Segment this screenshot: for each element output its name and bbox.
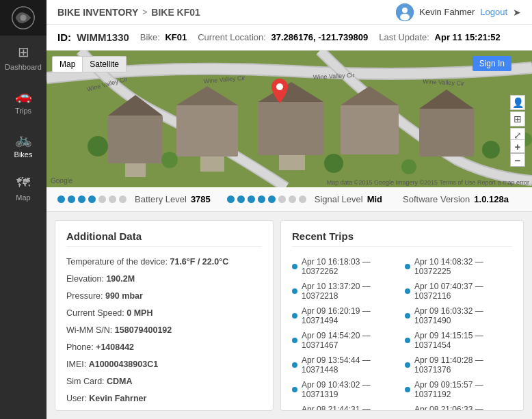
additional-data-title: Additional Data: [66, 230, 262, 247]
map-footer: Map data ©2015 Google Imagery ©2015 Term…: [327, 179, 529, 186]
trip-dot: [292, 362, 297, 368]
trip-dot: [292, 387, 297, 392]
additional-data-card: Additional Data Temperature of the devic…: [55, 220, 274, 411]
trip-item[interactable]: Apr 09 14:54:20 — 10371467: [292, 329, 399, 352]
data-row: User: Kevin Fahrner: [66, 392, 262, 405]
svg-point-16: [88, 136, 108, 157]
trip-text: Apr 09 16:03:32 — 10371490: [414, 306, 512, 325]
svg-point-20: [482, 141, 500, 159]
breadcrumb-sep: >: [142, 8, 147, 17]
data-row-value: 158079400192: [115, 325, 172, 335]
map-container[interactable]: Wine Valley Cir Wine Valley Cir Wine Val…: [46, 51, 532, 187]
avatar: [396, 3, 414, 21]
dashboard-icon: ⊞: [18, 44, 29, 60]
trip-item[interactable]: Apr 09 11:40:28 — 10371376: [405, 353, 512, 377]
battery-dot-filled: [88, 195, 96, 203]
battery-label: Battery Level: [135, 194, 187, 204]
logout-icon[interactable]: ➤: [513, 7, 521, 18]
map-btn-satellite[interactable]: Satellite: [83, 56, 127, 72]
sidebar-item-dashboard[interactable]: ⊞ Dashboard: [0, 36, 46, 79]
topbar: BIKE INVENTORY > BIKE KF01 Kevin Fahmer …: [46, 0, 532, 25]
map-layers-icon[interactable]: ⊞: [510, 111, 525, 126]
last-update-value: Apr 11 15:21:52: [435, 32, 501, 42]
sidebar-item-bikes[interactable]: 🚲 Bikes: [0, 123, 46, 167]
signal-dots: [227, 195, 306, 203]
trip-text: Apr 08 21:06:33 — 10370880: [414, 405, 512, 411]
trip-item[interactable]: Apr 10 16:18:03 — 10372262: [292, 255, 399, 278]
signal-dot-empty: [289, 195, 296, 203]
map-controls: 👤 ⊞ ⤢: [510, 95, 525, 143]
data-row-value: A10000438903C1: [89, 360, 158, 369]
trip-item[interactable]: Apr 08 21:06:33 — 10370880: [405, 403, 512, 411]
trip-item[interactable]: Apr 09 13:54:44 — 10371448: [292, 353, 399, 377]
svg-point-17: [161, 152, 178, 168]
map-btn-map[interactable]: Map: [52, 56, 83, 72]
trip-dot: [405, 338, 410, 343]
sidebar-item-label-trips: Trips: [15, 107, 31, 115]
data-row-label: Pressure:: [66, 291, 105, 301]
trip-text: Apr 09 13:54:44 — 10371448: [302, 355, 399, 375]
battery-dot-filled: [78, 195, 85, 203]
bike-label: Bike:: [140, 32, 160, 42]
sign-in-button[interactable]: Sign In: [473, 56, 511, 71]
trip-text: Apr 10 13:37:20 — 10372218: [302, 282, 399, 301]
data-row-label: Elevation:: [66, 274, 106, 284]
svg-point-19: [401, 159, 416, 174]
trip-item[interactable]: Apr 08 21:44:31 — 10370900: [292, 403, 399, 411]
battery-dot-filled: [68, 195, 75, 203]
sidebar: ⊞ Dashboard 🚗 Trips 🚲 Bikes 🗺 Map: [0, 0, 46, 419]
sidebar-item-trips[interactable]: 🚗 Trips: [0, 79, 46, 123]
signal-dot-filled: [258, 195, 265, 203]
map-type-buttons: Map Satellite: [52, 56, 127, 72]
data-row-value: Kevin Fahrner: [89, 394, 146, 403]
recent-trips-title: Recent Trips: [292, 230, 512, 247]
trip-text: Apr 09 16:20:19 — 10371494: [302, 306, 399, 325]
trip-text: Apr 09 14:15:15 — 10371454: [414, 331, 512, 350]
location-label: Current Location:: [198, 32, 266, 42]
data-row: Sim Card: CDMA: [66, 375, 262, 388]
breadcrumb: BIKE INVENTORY > BIKE KF01: [57, 7, 200, 18]
trip-item[interactable]: Apr 09 09:15:57 — 10371192: [405, 378, 512, 401]
svg-point-1: [21, 15, 27, 21]
data-row: IMEI: A10000438903C1: [66, 357, 262, 371]
trip-text: Apr 10 14:08:32 — 10372225: [414, 257, 512, 276]
battery-dot-empty: [109, 195, 116, 203]
data-row-label: IMEI:: [66, 360, 89, 369]
trip-item[interactable]: Apr 09 16:03:32 — 10371490: [405, 304, 512, 327]
id-label: ID:: [57, 31, 71, 43]
data-row-label: Wi-MM S/N:: [66, 325, 115, 335]
trip-item[interactable]: Apr 09 10:43:02 — 10371319: [292, 378, 399, 401]
data-row-label: Sim Card:: [66, 377, 107, 386]
battery-value: 3785: [191, 194, 211, 204]
trip-text: Apr 09 11:40:28 — 10371376: [414, 355, 512, 375]
svg-point-4: [400, 14, 410, 21]
bikes-icon: 🚲: [15, 131, 32, 148]
svg-rect-23: [200, 157, 224, 172]
breadcrumb-parent[interactable]: BIKE INVENTORY: [57, 7, 138, 18]
trip-dot: [292, 313, 297, 319]
svg-rect-24: [279, 155, 305, 170]
trip-dot: [405, 264, 410, 269]
content-grid: Additional Data Temperature of the devic…: [46, 212, 532, 419]
trip-item[interactable]: Apr 09 16:20:19 — 10371494: [292, 304, 399, 327]
data-row-label: Current Speed:: [66, 308, 127, 318]
map-person-icon[interactable]: 👤: [510, 95, 525, 110]
additional-data-rows: Temperature of the device: 71.6°F / 22.0…: [66, 255, 262, 405]
trip-item[interactable]: Apr 10 13:37:20 — 10372218: [292, 280, 399, 303]
svg-rect-12: [341, 105, 399, 154]
status-bar: Battery Level 3785 Signal Level Mid Soft…: [46, 187, 532, 212]
logout-link[interactable]: Logout: [480, 7, 507, 17]
zoom-out-button[interactable]: −: [510, 153, 525, 167]
trip-text: Apr 08 21:44:31 — 10370900: [302, 405, 399, 411]
trip-item[interactable]: Apr 10 14:08:32 — 10372225: [405, 255, 512, 278]
data-row-value: 990 mbar: [105, 291, 143, 301]
sidebar-item-map[interactable]: 🗺 Map: [0, 167, 46, 210]
last-update-field: Last Update: Apr 11 15:21:52: [379, 32, 500, 42]
user-area: Kevin Fahmer Logout ➤: [396, 3, 521, 21]
zoom-in-button[interactable]: +: [510, 139, 525, 153]
trip-item[interactable]: Apr 09 14:15:15 — 10371454: [405, 329, 512, 352]
svg-rect-8: [176, 105, 238, 157]
data-row-value: +1408442: [96, 342, 134, 352]
data-row: Pressure: 990 mbar: [66, 289, 262, 303]
trip-item[interactable]: Apr 10 07:40:37 — 10372116: [405, 280, 512, 303]
